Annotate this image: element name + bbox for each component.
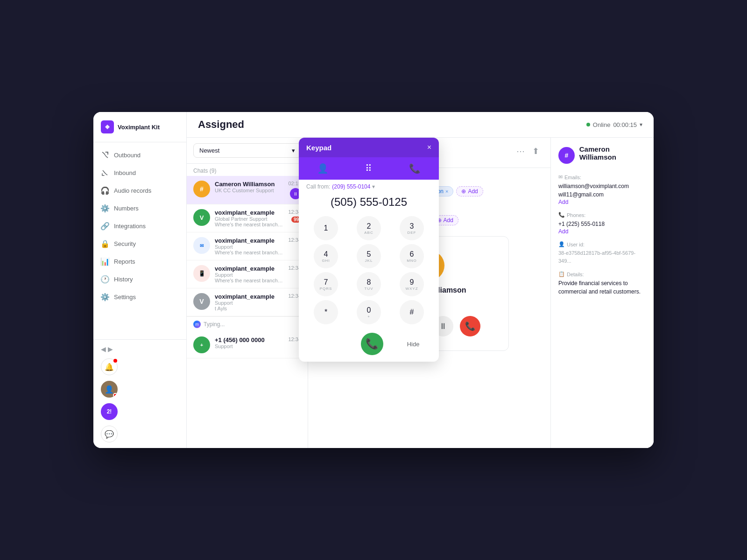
sidebar-item-numbers[interactable]: ⚙️ Numbers xyxy=(93,199,186,217)
sidebar-navigation: Outbound Inbound 🎧 Audio records ⚙️ Numb… xyxy=(93,142,186,339)
conv-avatar-v2: ✉ xyxy=(193,237,210,254)
keypad-hide-button[interactable]: Hide xyxy=(407,341,420,348)
history-label: History xyxy=(114,276,133,283)
conv-preview-v3: Where's the nearest branch? Where's t... xyxy=(215,278,283,283)
keypad-actions: 📞 Hide xyxy=(299,330,439,362)
userid-label: 👤 User id: xyxy=(558,241,646,247)
chat-more-button[interactable]: ⋯ xyxy=(514,144,527,158)
conv-info-v2: voximplant_example Support Where's the n… xyxy=(215,237,283,255)
conv-queue-v1: Global Partner Support xyxy=(215,216,283,222)
sidebar-item-security[interactable]: 🔒 Security xyxy=(93,235,186,252)
info-header-row: # Cameron Williamson xyxy=(558,145,646,168)
outbound-icon xyxy=(101,151,109,159)
keypad-tab-contact[interactable]: 👤 xyxy=(310,161,336,176)
chat-actions: ⋯ ⬆ xyxy=(514,144,541,158)
page-title: Assigned xyxy=(198,119,244,131)
user-id-value: 38-e3758d12817b-af95-4bf-5679-349... xyxy=(558,249,646,265)
conv-item-cameron[interactable]: # Cameron Williamson UK CC Customer Supp… xyxy=(187,176,308,204)
sidebar-item-integrations[interactable]: 🔗 Integrations xyxy=(93,217,186,235)
content-area: Newest ▾ Chats (9) # Cameron Williamson … xyxy=(187,138,654,448)
inbound-label: Inbound xyxy=(114,169,136,176)
sidebar-logo: Voximplant Kit xyxy=(93,112,186,142)
add-tag-button[interactable]: ⊕ Add xyxy=(456,186,483,196)
keypad-from: Call from: (209) 555-0104 ▾ xyxy=(299,180,439,192)
add-email-button[interactable]: Add xyxy=(558,199,646,205)
keypad-key-star[interactable]: * xyxy=(314,300,338,324)
keypad-from-chevron[interactable]: ▾ xyxy=(372,183,375,190)
notifications-button[interactable]: 🔔 xyxy=(101,358,118,375)
conv-item-v4[interactable]: V voximplant_example Support t Ayls 12:3… xyxy=(187,288,308,316)
typing-indicator: m Typing... xyxy=(187,316,308,332)
sidebar-item-history[interactable]: 🕐 History xyxy=(93,270,186,288)
keypad-tabs: 👤 ⠿ 📞 xyxy=(299,157,439,180)
svg-text:📱: 📱 xyxy=(198,270,205,277)
history-icon: 🕐 xyxy=(101,275,109,283)
keypad-number-display: (505) 555-0125 xyxy=(299,192,439,212)
sidebar-item-outbound[interactable]: Outbound xyxy=(93,146,186,164)
info-name: Cameron Williamson xyxy=(579,145,646,161)
chat-expand-button[interactable]: ⬆ xyxy=(530,144,541,158)
keypad-key-hash[interactable]: # xyxy=(400,300,424,324)
sort-label: Newest xyxy=(199,147,219,154)
chat-panel: Cameron Williamson Queue: UK CC Customer… xyxy=(308,138,551,448)
reports-label: Reports xyxy=(114,258,135,265)
keypad-key-3[interactable]: 3DEF xyxy=(400,216,424,240)
numbers-label: Numbers xyxy=(114,205,139,212)
keypad-key-7[interactable]: 7PQRS xyxy=(314,272,338,296)
conv-name-phone: +1 (456) 000 0000 xyxy=(215,336,283,343)
keypad-key-8[interactable]: 8TUV xyxy=(357,272,381,296)
conv-item-voximplant1[interactable]: V voximplant_example Global Partner Supp… xyxy=(187,204,308,232)
keypad-key-1[interactable]: 1 xyxy=(314,216,338,240)
conv-queue-cameron: UK CC Customer Support xyxy=(215,188,283,193)
keypad-key-0[interactable]: 0+ xyxy=(357,300,381,324)
typing-label: Typing... xyxy=(204,321,225,328)
conv-info-v4: voximplant_example Support t Ayls xyxy=(215,293,283,311)
email-2: will11@gmail.com xyxy=(558,190,646,199)
keypad-tab-call[interactable]: 📞 xyxy=(402,161,428,176)
conv-avatar-v1: V xyxy=(193,209,210,226)
end-call-button[interactable]: 📞 xyxy=(460,316,480,336)
keypad-key-9[interactable]: 9WXYZ xyxy=(400,272,424,296)
conv-name-v2: voximplant_example xyxy=(215,237,283,244)
sidebar-item-settings[interactable]: ⚙️ Settings xyxy=(93,288,186,306)
conv-name-v1: voximplant_example xyxy=(215,209,283,216)
status-label: Online xyxy=(593,121,611,128)
settings-label: Settings xyxy=(114,294,136,301)
info-emails-section: ✉ Emails: williamson@voximplant.com will… xyxy=(558,174,646,205)
email-1: williamson@voximplant.com xyxy=(558,182,646,190)
info-avatar: # xyxy=(558,147,575,164)
conversations-panel: Newest ▾ Chats (9) # Cameron Williamson … xyxy=(187,138,308,448)
sidebar-item-audio[interactable]: 🎧 Audio records xyxy=(93,182,186,199)
collapse-icon[interactable]: ◀ ▶ xyxy=(101,345,113,353)
conv-avatar-cameron: # xyxy=(193,181,210,197)
messenger-icon: m xyxy=(193,321,201,328)
sidebar-bottom: ◀ ▶ 🔔 👤 2! 💬 xyxy=(93,339,186,448)
status-timer: 00:00:15 xyxy=(613,121,637,128)
keypad-key-4[interactable]: 4GHI xyxy=(314,244,338,268)
sort-dropdown[interactable]: Newest ▾ xyxy=(193,143,301,158)
details-text: Provide financial services to commercial… xyxy=(558,279,646,296)
conv-info-phone: +1 (456) 000 0000 Support xyxy=(215,336,283,349)
dialpad-button[interactable]: 2! xyxy=(101,403,118,420)
keypad-key-6[interactable]: 6MNO xyxy=(400,244,424,268)
keypad-close-button[interactable]: × xyxy=(427,143,431,152)
status-chevron[interactable]: ▾ xyxy=(640,121,642,128)
conv-item-v3[interactable]: 📱 voximplant_example Support Where's the… xyxy=(187,260,308,288)
keypad-key-5[interactable]: 5JKL xyxy=(357,244,381,268)
chat-button[interactable]: 💬 xyxy=(101,426,118,442)
conv-item-phone[interactable]: + +1 (456) 000 0000 Support 12:34 xyxy=(187,332,308,358)
sidebar-item-inbound[interactable]: Inbound xyxy=(93,164,186,182)
reports-icon: 📊 xyxy=(101,257,109,266)
sidebar-item-reports[interactable]: 📊 Reports xyxy=(93,252,186,270)
sidebar: Voximplant Kit Outbound xyxy=(93,112,187,448)
logo-text: Voximplant Kit xyxy=(118,124,160,131)
conv-avatar-v4: V xyxy=(193,293,210,310)
keypad-call-button[interactable]: 📞 xyxy=(361,333,383,355)
keypad-key-2[interactable]: 2ABC xyxy=(357,216,381,240)
top-header: Assigned Online 00:00:15 ▾ xyxy=(187,112,654,138)
tag-billing-remove[interactable]: × xyxy=(445,189,448,194)
add-phone-button[interactable]: Add xyxy=(558,228,646,235)
conv-item-v2[interactable]: ✉ voximplant_example Support Where's the… xyxy=(187,232,308,260)
user-avatar[interactable]: 👤 xyxy=(101,381,118,398)
keypad-tab-dialpad[interactable]: ⠿ xyxy=(358,161,380,176)
